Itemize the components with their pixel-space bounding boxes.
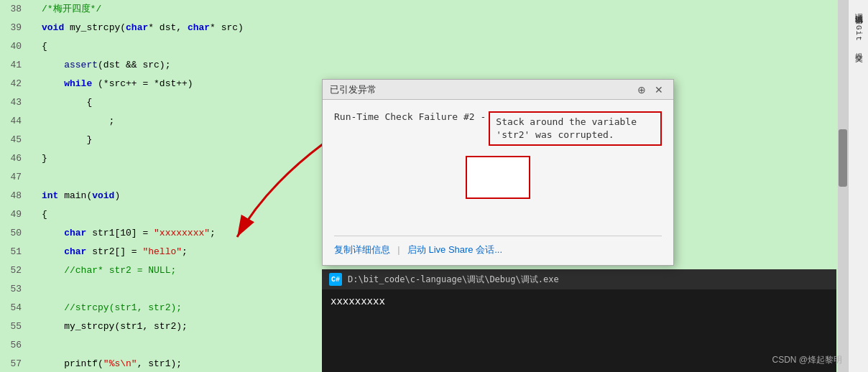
line-number: 41: [0, 56, 27, 75]
liveshare-link[interactable]: 启动 Live Share 会话...: [407, 243, 502, 256]
line-content: char str1[10] = "xxxxxxxx";: [39, 224, 316, 243]
code-line: 55 my_strcpy(str1, str2);: [0, 317, 316, 336]
line-content: /*梅开四度*/: [39, 0, 316, 19]
line-content: {: [39, 37, 316, 56]
code-line: 46}: [0, 149, 316, 168]
code-line: 43 {: [0, 93, 316, 112]
line-number: 54: [0, 299, 27, 317]
dialog-pin-button[interactable]: ⊕: [634, 83, 649, 97]
line-number: 40: [0, 37, 27, 56]
sidebar-label-git[interactable]: Git 提交: [853, 25, 864, 48]
dialog-titlebar: 已引发异常 ⊕ ✕: [323, 80, 673, 100]
code-line: 49{: [0, 205, 316, 224]
line-content: }: [39, 149, 316, 168]
line-content: int main(void): [39, 187, 316, 205]
code-editor: 38/*梅开四度*/39void my_strcpy(char* dst, ch…: [0, 0, 316, 372]
line-number: 39: [0, 19, 27, 37]
dialog-title: 已引发异常: [330, 83, 377, 96]
line-number: 42: [0, 75, 27, 93]
line-number: 44: [0, 112, 27, 131]
line-content: {: [39, 93, 316, 112]
code-line: 40{: [0, 37, 316, 56]
footer-separator: |: [396, 245, 402, 256]
exception-dialog: 已引发异常 ⊕ ✕ Run-Time Check Failure #2 - St…: [322, 79, 674, 266]
line-content: printf("%s\n", str1);: [39, 355, 316, 372]
error-message-text: Stack around the variable 'str2' was cor…: [496, 116, 637, 140]
line-content: //char* str2 = NULL;: [39, 261, 316, 280]
line-number: 56: [0, 336, 27, 355]
line-number: 55: [0, 317, 27, 336]
line-number: 38: [0, 0, 27, 19]
line-content: //strcpy(str1, str2);: [39, 299, 316, 317]
line-content: }: [39, 131, 316, 149]
line-number: 52: [0, 261, 27, 280]
error-header: Run-Time Check Failure #2 - Stack around…: [334, 111, 662, 146]
line-content: while (*src++ = *dst++): [39, 75, 316, 93]
code-line: 39void my_strcpy(char* dst, char* src): [0, 19, 316, 37]
line-number: 43: [0, 93, 27, 112]
line-number: 50: [0, 224, 27, 243]
line-number: 47: [0, 168, 27, 187]
code-line: 41 assert(dst && src);: [0, 56, 316, 75]
right-sidebar: 调试编辑器 Git 提交: [848, 0, 868, 372]
line-number: 48: [0, 187, 27, 205]
line-number: 49: [0, 205, 27, 224]
line-number: 46: [0, 149, 27, 168]
line-number: 45: [0, 131, 27, 149]
error-label: Run-Time Check Failure #2 -: [334, 111, 489, 122]
line-content: void my_strcpy(char* dst, char* src): [39, 19, 316, 37]
line-content: char str2[] = "hello";: [39, 243, 316, 261]
scrollbar-thumb[interactable]: [839, 129, 847, 187]
watermark: CSDN @烽起黎明: [772, 354, 842, 366]
terminal-output: xxxxxxxxx: [331, 295, 385, 307]
line-content: assert(dst && src);: [39, 56, 316, 75]
line-content: {: [39, 205, 316, 224]
code-line: 57 printf("%s\n", str1);: [0, 355, 316, 372]
line-content: my_strcpy(str1, str2);: [39, 317, 316, 336]
code-line: 53: [0, 280, 316, 299]
code-scrollbar[interactable]: [838, 0, 848, 372]
terminal-title: D:\bit_code\c-language\调试\Debug\调试.exe: [348, 274, 559, 286]
sidebar-label-debug[interactable]: 调试编辑器: [853, 7, 864, 11]
copy-details-link[interactable]: 复制详细信息: [334, 243, 390, 256]
code-line: 52 //char* str2 = NULL;: [0, 261, 316, 280]
terminal-icon: C#: [329, 273, 342, 286]
line-number: 53: [0, 280, 27, 299]
code-line: 51 char str2[] = "hello";: [0, 243, 316, 261]
code-line: 44 ;: [0, 112, 316, 131]
code-line: 45 }: [0, 131, 316, 149]
code-line: 47: [0, 168, 316, 187]
error-message-box: Stack around the variable 'str2' was cor…: [489, 111, 662, 146]
dialog-body: Run-Time Check Failure #2 - Stack around…: [323, 100, 673, 206]
dialog-footer: 复制详细信息 | 启动 Live Share 会话...: [334, 236, 662, 256]
terminal-panel: C# D:\bit_code\c-language\调试\Debug\调试.ex…: [322, 269, 836, 372]
line-number: 51: [0, 243, 27, 261]
code-line: 54 //strcpy(str1, str2);: [0, 299, 316, 317]
code-line: 50 char str1[10] = "xxxxxxxx";: [0, 224, 316, 243]
terminal-titlebar: C# D:\bit_code\c-language\调试\Debug\调试.ex…: [322, 269, 836, 289]
terminal-body: xxxxxxxxx: [322, 289, 836, 312]
code-line: 38/*梅开四度*/: [0, 0, 316, 19]
line-number: 57: [0, 355, 27, 372]
dialog-controls: ⊕ ✕: [634, 83, 666, 97]
dialog-close-button[interactable]: ✕: [652, 83, 666, 97]
line-content: ;: [39, 112, 316, 131]
code-line: 56: [0, 336, 316, 355]
code-line: 48int main(void): [0, 187, 316, 205]
error-image-placeholder: [466, 156, 530, 199]
code-line: 42 while (*src++ = *dst++): [0, 75, 316, 93]
